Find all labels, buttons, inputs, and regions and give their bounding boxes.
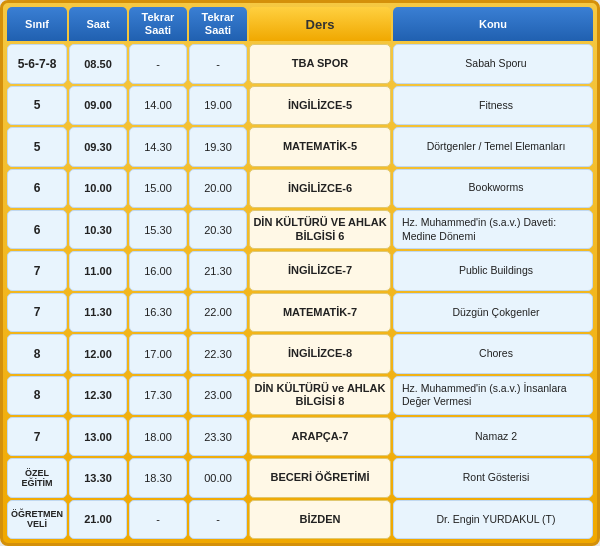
cell-saat: 09.30 [69,127,127,166]
cell-ders: MATEMATİK-5 [249,127,391,166]
table-row: 812.3017.3023.00DİN KÜLTÜRÜ ve AHLAK BİL… [7,376,593,415]
cell-tekrar1: 18.00 [129,417,187,456]
cell-tekrar2: 19.30 [189,127,247,166]
cell-sinif: ÖĞRETMEN VELİ [7,500,67,539]
cell-tekrar1: 16.00 [129,251,187,290]
cell-saat: 13.00 [69,417,127,456]
cell-konu: Fitness [393,86,593,125]
cell-tekrar1: 14.30 [129,127,187,166]
cell-tekrar2: 23.00 [189,376,247,415]
cell-tekrar2: 22.00 [189,293,247,332]
cell-tekrar2: - [189,500,247,539]
cell-saat: 13.30 [69,458,127,497]
cell-tekrar1: 18.30 [129,458,187,497]
cell-konu: Namaz 2 [393,417,593,456]
cell-konu: Hz. Muhammed'in (s.a.v.) İnsanlara Değer… [393,376,593,415]
cell-tekrar1: - [129,500,187,539]
cell-tekrar2: 00.00 [189,458,247,497]
cell-tekrar1: 16.30 [129,293,187,332]
cell-sinif: ÖZEL EĞİTİM [7,458,67,497]
cell-ders: MATEMATİK-7 [249,293,391,332]
cell-sinif: 6 [7,210,67,249]
cell-ders: BECERİ ÖĞRETİMİ [249,458,391,497]
cell-tekrar2: 20.30 [189,210,247,249]
cell-tekrar2: 19.00 [189,86,247,125]
header-ders: Ders [249,7,391,41]
cell-konu: Dr. Engin YURDAKUL (T) [393,500,593,539]
app-container: Sınıf Saat Tekrar Saati Tekrar Saati Der… [0,0,600,546]
cell-sinif: 8 [7,376,67,415]
cell-sinif: 7 [7,251,67,290]
cell-konu: Dörtgenler / Temel Elemanları [393,127,593,166]
cell-saat: 11.30 [69,293,127,332]
cell-saat: 10.00 [69,169,127,208]
cell-saat: 08.50 [69,44,127,83]
table-row: ÖĞRETMEN VELİ21.00--BİZDENDr. Engin YURD… [7,500,593,539]
header-saat: Saat [69,7,127,41]
cell-konu: Chores [393,334,593,373]
cell-saat: 09.00 [69,86,127,125]
cell-saat: 11.00 [69,251,127,290]
cell-konu: Public Buildings [393,251,593,290]
table-row: 509.3014.3019.30MATEMATİK-5Dörtgenler / … [7,127,593,166]
cell-konu: Hz. Muhammed'in (s.a.v.) Daveti: Medine … [393,210,593,249]
cell-saat: 10.30 [69,210,127,249]
cell-ders: İNGİLİZCE-8 [249,334,391,373]
table-row: 713.0018.0023.30ARAPÇA-7Namaz 2 [7,417,593,456]
table-row: 5-6-7-808.50--TBA SPORSabah Sporu [7,44,593,83]
table-row: 509.0014.0019.00İNGİLİZCE-5Fitness [7,86,593,125]
cell-ders: İNGİLİZCE-7 [249,251,391,290]
table-body: 5-6-7-808.50--TBA SPORSabah Sporu509.001… [7,44,593,539]
cell-tekrar2: 23.30 [189,417,247,456]
cell-sinif: 7 [7,293,67,332]
cell-sinif: 5 [7,86,67,125]
table-row: 711.3016.3022.00MATEMATİK-7Düzgün Çokgen… [7,293,593,332]
table-row: 711.0016.0021.30İNGİLİZCE-7Public Buildi… [7,251,593,290]
cell-sinif: 8 [7,334,67,373]
cell-sinif: 5-6-7-8 [7,44,67,83]
cell-saat: 12.00 [69,334,127,373]
cell-tekrar1: 17.00 [129,334,187,373]
cell-konu: Düzgün Çokgenler [393,293,593,332]
cell-tekrar1: 15.00 [129,169,187,208]
cell-sinif: 5 [7,127,67,166]
table-row: 812.0017.0022.30İNGİLİZCE-8Chores [7,334,593,373]
cell-konu: Ront Gösterisi [393,458,593,497]
header-tekrar2: Tekrar Saati [189,7,247,41]
cell-ders: TBA SPOR [249,44,391,83]
cell-konu: Bookworms [393,169,593,208]
cell-sinif: 7 [7,417,67,456]
cell-ders: DİN KÜLTÜRÜ ve AHLAK BİLGİSİ 8 [249,376,391,415]
cell-tekrar1: 14.00 [129,86,187,125]
cell-saat: 12.30 [69,376,127,415]
cell-tekrar1: 17.30 [129,376,187,415]
cell-ders: İNGİLİZCE-6 [249,169,391,208]
cell-tekrar2: 20.00 [189,169,247,208]
table-row: ÖZEL EĞİTİM13.3018.3000.00BECERİ ÖĞRETİM… [7,458,593,497]
cell-ders: İNGİLİZCE-5 [249,86,391,125]
cell-saat: 21.00 [69,500,127,539]
table-row: 610.0015.0020.00İNGİLİZCE-6Bookworms [7,169,593,208]
cell-tekrar2: 21.30 [189,251,247,290]
cell-ders: DİN KÜLTÜRÜ VE AHLAK BİLGİSİ 6 [249,210,391,249]
cell-konu: Sabah Sporu [393,44,593,83]
cell-tekrar1: - [129,44,187,83]
cell-ders: ARAPÇA-7 [249,417,391,456]
cell-sinif: 6 [7,169,67,208]
header-tekrar1: Tekrar Saati [129,7,187,41]
cell-tekrar2: 22.30 [189,334,247,373]
header-sinif: Sınıf [7,7,67,41]
header-konu: Konu [393,7,593,41]
cell-tekrar2: - [189,44,247,83]
cell-tekrar1: 15.30 [129,210,187,249]
cell-ders: BİZDEN [249,500,391,539]
table-row: 610.3015.3020.30DİN KÜLTÜRÜ VE AHLAK BİL… [7,210,593,249]
header-row: Sınıf Saat Tekrar Saati Tekrar Saati Der… [7,7,593,41]
